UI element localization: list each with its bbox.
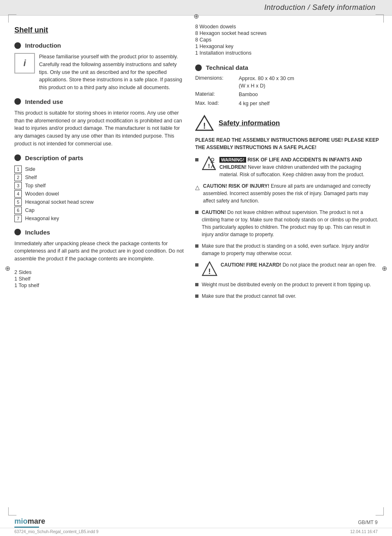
- tech-row: Dimensions:Approx. 80 x 40 x 30 cm(W x H…: [195, 75, 380, 90]
- intended-use-heading: Intended use: [14, 98, 187, 105]
- introduction-label: Introduction: [25, 42, 61, 49]
- tech-label: Max. load:: [195, 100, 232, 106]
- safety-bullet-icon: [195, 244, 198, 248]
- part-number: 4: [14, 190, 22, 198]
- safety-text: CAUTION! FIRE HAZARD! Do not place the p…: [221, 261, 376, 269]
- introduction-box: i Please familiarise yourself with the p…: [14, 53, 187, 92]
- tech-value: 4 kg per shelf: [239, 100, 380, 108]
- page-number: GB/MT 9: [358, 520, 378, 525]
- svg-text:!: !: [208, 267, 211, 276]
- right-includes-list: 8 Wooden dowels8 Hexagon socket head scr…: [195, 24, 380, 56]
- technical-data-heading: Technical data: [195, 64, 380, 71]
- includes-list-item: 2 Sides: [14, 269, 187, 275]
- corner-mark-br: [376, 507, 384, 515]
- intended-use-section: Intended use This product is suitable fo…: [14, 98, 187, 148]
- part-name: Top shelf: [25, 183, 46, 189]
- warning-badge: WARNING!: [219, 157, 246, 163]
- child-warning-icon: !: [202, 156, 216, 172]
- bullet-icon: [14, 229, 21, 235]
- shelf-unit-title: Shelf unit: [14, 26, 187, 35]
- intended-use-label: Intended use: [25, 98, 63, 105]
- part-number: 5: [14, 198, 22, 206]
- safety-bullet-icon: [195, 158, 198, 161]
- safety-list-item: ! CAUTION! FIRE HAZARD! Do not place the…: [195, 261, 380, 277]
- includes-label: Includes: [25, 229, 50, 236]
- part-number: 3: [14, 182, 22, 189]
- right-column: 8 Wooden dowels8 Hexagon socket head scr…: [195, 24, 380, 306]
- bullet-icon: [195, 64, 202, 71]
- logo-mio: mio: [14, 517, 28, 526]
- safety-text: Weight must be distributed evenly on the…: [202, 281, 371, 288]
- includes-list: 2 Sides1 Shelf1 Top shelf: [14, 269, 187, 288]
- warning-inner: ! WARNING! RISK OF LIFE AND ACCIDENTS IN…: [202, 156, 380, 178]
- part-number: 1: [14, 166, 22, 173]
- part-name: Hexagonal key: [25, 216, 59, 221]
- safety-list-item: ! WARNING! RISK OF LIFE AND ACCIDENTS IN…: [195, 156, 380, 178]
- part-name: Side: [25, 166, 35, 172]
- logo: miomare: [14, 517, 45, 528]
- corner-mark-tr: [376, 14, 384, 23]
- safety-section: ! Safety information PLEASE READ THE ASS…: [195, 114, 380, 300]
- safety-text: WARNING! RISK OF LIFE AND ACCIDENTS IN I…: [219, 156, 380, 178]
- introduction-text: Please familiarise yourself with the pro…: [39, 53, 187, 92]
- safety-header: ! Safety information: [195, 114, 380, 132]
- parts-list-item: 1Side: [14, 166, 187, 173]
- includes-list-item: 1 Top shelf: [14, 283, 187, 288]
- safety-list-item: Make sure that the product cannot fall o…: [195, 292, 380, 300]
- left-column: Shelf unit Introduction i Please familia…: [14, 24, 187, 306]
- svg-point-4: [211, 158, 214, 161]
- part-number: 2: [14, 174, 22, 181]
- parts-list: 1Side2Shelf3Top shelf4Wooden dowel5Hexag…: [14, 166, 187, 222]
- compass-left: ⊕: [5, 264, 10, 272]
- bottom-bar: miomare GB/MT 9: [0, 517, 392, 528]
- compass-top: ⊕: [194, 12, 199, 20]
- part-number: 6: [14, 207, 22, 214]
- svg-line-7: [211, 165, 212, 168]
- introduction-heading: Introduction: [14, 42, 187, 49]
- technical-data-section: Technical data Dimensions:Approx. 80 x 4…: [195, 64, 380, 107]
- safety-bullet-icon: [195, 263, 198, 267]
- corner-mark-tl: [8, 14, 16, 23]
- tech-row: Max. load:4 kg per shelf: [195, 100, 380, 108]
- info-icon: i: [14, 53, 35, 74]
- svg-text:!: !: [203, 121, 206, 130]
- corner-mark-bl: [8, 507, 16, 515]
- right-includes-item: 1 Hexagonal key: [195, 44, 380, 49]
- print-info-left: 63724_mio_Schuh-Regal_content_LB5.indd 9: [14, 529, 99, 534]
- parts-list-item: 3Top shelf: [14, 182, 187, 189]
- safety-bullet-icon: [195, 211, 198, 214]
- right-includes-item: 8 Hexagon socket head screws: [195, 30, 380, 36]
- part-name: Shelf: [25, 175, 37, 180]
- safety-intro-text: PLEASE READ THE ASSEMBLY INSTRUCTIONS BE…: [195, 136, 380, 151]
- bullet-icon: [14, 154, 21, 161]
- part-name: Cap: [25, 207, 35, 213]
- parts-list-item: 5Hexagonal socket head screw: [14, 198, 187, 206]
- logo-area: miomare: [14, 517, 45, 528]
- compass-right: ⊕: [382, 264, 387, 272]
- safety-text: Make sure that the product cannot fall o…: [202, 292, 296, 300]
- safety-list-item: △ CAUTION! RISK OF INJURY! Ensure all pa…: [195, 182, 380, 205]
- right-includes-item: 8 Caps: [195, 37, 380, 43]
- description-of-parts-label: Description of parts: [25, 154, 83, 161]
- safety-bullet-icon: [195, 294, 198, 298]
- right-includes-item: 1 Installation instructions: [195, 50, 380, 56]
- safety-bullet-icon: [195, 283, 198, 286]
- safety-text: Make sure that the product is standing o…: [202, 242, 380, 257]
- technical-data-label: Technical data: [206, 64, 248, 71]
- safety-text: CAUTION! Do not leave children without s…: [202, 209, 380, 238]
- parts-list-item: 7Hexagonal key: [14, 215, 187, 222]
- tech-value: Approx. 80 x 40 x 30 cm(W x H x D): [239, 75, 380, 90]
- intended-use-text: This product is suitable for storing sho…: [14, 109, 187, 148]
- tech-table: Dimensions:Approx. 80 x 40 x 30 cm(W x H…: [195, 75, 380, 107]
- svg-text:!: !: [208, 162, 210, 169]
- right-includes-item: 8 Wooden dowels: [195, 24, 380, 30]
- safety-text: CAUTION! RISK OF INJURY! Ensure all part…: [203, 182, 380, 205]
- safety-title: Safety information: [219, 119, 280, 127]
- fire-inner: ! CAUTION! FIRE HAZARD! Do not place the…: [202, 261, 376, 277]
- parts-list-item: 6Cap: [14, 207, 187, 214]
- includes-section: Includes Immediately after unpacking ple…: [14, 229, 187, 288]
- introduction-section: Introduction i Please familiarise yourse…: [14, 42, 187, 92]
- tech-value: Bamboo: [239, 91, 380, 99]
- tech-label: Material:: [195, 91, 232, 97]
- part-number: 7: [14, 215, 22, 222]
